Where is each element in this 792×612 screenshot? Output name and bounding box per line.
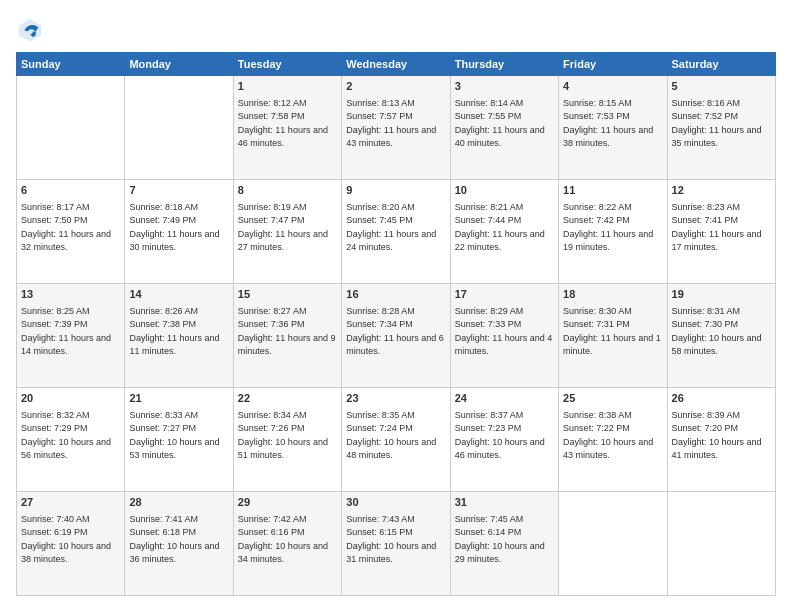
day-number: 5 [672, 79, 771, 94]
day-number: 13 [21, 287, 120, 302]
sunset-info: Sunset: 7:45 PM [346, 215, 413, 225]
day-number: 3 [455, 79, 554, 94]
day-number: 26 [672, 391, 771, 406]
sunset-info: Sunset: 7:33 PM [455, 319, 522, 329]
day-number: 30 [346, 495, 445, 510]
sunset-info: Sunset: 7:57 PM [346, 111, 413, 121]
sunrise-info: Sunrise: 8:25 AM [21, 306, 90, 316]
calendar-cell: 8Sunrise: 8:19 AMSunset: 7:47 PMDaylight… [233, 180, 341, 284]
sunrise-info: Sunrise: 8:27 AM [238, 306, 307, 316]
calendar-cell: 6Sunrise: 8:17 AMSunset: 7:50 PMDaylight… [17, 180, 125, 284]
day-number: 11 [563, 183, 662, 198]
sunset-info: Sunset: 7:22 PM [563, 423, 630, 433]
calendar-week-2: 6Sunrise: 8:17 AMSunset: 7:50 PMDaylight… [17, 180, 776, 284]
sunset-info: Sunset: 7:38 PM [129, 319, 196, 329]
day-number: 15 [238, 287, 337, 302]
sunrise-info: Sunrise: 7:45 AM [455, 514, 524, 524]
sunrise-info: Sunrise: 8:28 AM [346, 306, 415, 316]
weekday-saturday: Saturday [667, 53, 775, 76]
sunrise-info: Sunrise: 8:13 AM [346, 98, 415, 108]
calendar-cell: 16Sunrise: 8:28 AMSunset: 7:34 PMDayligh… [342, 284, 450, 388]
sunset-info: Sunset: 6:19 PM [21, 527, 88, 537]
day-number: 12 [672, 183, 771, 198]
daylight-info: Daylight: 10 hours and 38 minutes. [21, 541, 111, 565]
sunset-info: Sunset: 7:41 PM [672, 215, 739, 225]
calendar-cell: 3Sunrise: 8:14 AMSunset: 7:55 PMDaylight… [450, 76, 558, 180]
daylight-info: Daylight: 11 hours and 32 minutes. [21, 229, 111, 253]
calendar-week-4: 20Sunrise: 8:32 AMSunset: 7:29 PMDayligh… [17, 388, 776, 492]
weekday-monday: Monday [125, 53, 233, 76]
calendar-cell: 18Sunrise: 8:30 AMSunset: 7:31 PMDayligh… [559, 284, 667, 388]
sunset-info: Sunset: 6:14 PM [455, 527, 522, 537]
calendar-cell: 10Sunrise: 8:21 AMSunset: 7:44 PMDayligh… [450, 180, 558, 284]
calendar-table: SundayMondayTuesdayWednesdayThursdayFrid… [16, 52, 776, 596]
sunset-info: Sunset: 6:15 PM [346, 527, 413, 537]
sunset-info: Sunset: 7:53 PM [563, 111, 630, 121]
sunset-info: Sunset: 7:47 PM [238, 215, 305, 225]
calendar-cell: 2Sunrise: 8:13 AMSunset: 7:57 PMDaylight… [342, 76, 450, 180]
calendar-cell: 21Sunrise: 8:33 AMSunset: 7:27 PMDayligh… [125, 388, 233, 492]
sunset-info: Sunset: 7:58 PM [238, 111, 305, 121]
daylight-info: Daylight: 11 hours and 30 minutes. [129, 229, 219, 253]
day-number: 31 [455, 495, 554, 510]
day-number: 25 [563, 391, 662, 406]
daylight-info: Daylight: 11 hours and 9 minutes. [238, 333, 336, 357]
sunset-info: Sunset: 7:34 PM [346, 319, 413, 329]
day-number: 28 [129, 495, 228, 510]
weekday-sunday: Sunday [17, 53, 125, 76]
day-number: 18 [563, 287, 662, 302]
daylight-info: Daylight: 11 hours and 38 minutes. [563, 125, 653, 149]
sunrise-info: Sunrise: 8:35 AM [346, 410, 415, 420]
sunrise-info: Sunrise: 8:29 AM [455, 306, 524, 316]
daylight-info: Daylight: 11 hours and 27 minutes. [238, 229, 328, 253]
calendar-cell [125, 76, 233, 180]
daylight-info: Daylight: 10 hours and 58 minutes. [672, 333, 762, 357]
calendar-week-3: 13Sunrise: 8:25 AMSunset: 7:39 PMDayligh… [17, 284, 776, 388]
sunrise-info: Sunrise: 8:17 AM [21, 202, 90, 212]
day-number: 7 [129, 183, 228, 198]
calendar-cell: 17Sunrise: 8:29 AMSunset: 7:33 PMDayligh… [450, 284, 558, 388]
day-number: 24 [455, 391, 554, 406]
sunset-info: Sunset: 7:44 PM [455, 215, 522, 225]
calendar-cell: 25Sunrise: 8:38 AMSunset: 7:22 PMDayligh… [559, 388, 667, 492]
day-number: 29 [238, 495, 337, 510]
calendar-cell: 11Sunrise: 8:22 AMSunset: 7:42 PMDayligh… [559, 180, 667, 284]
day-number: 22 [238, 391, 337, 406]
day-number: 4 [563, 79, 662, 94]
weekday-thursday: Thursday [450, 53, 558, 76]
day-number: 6 [21, 183, 120, 198]
calendar-cell [559, 492, 667, 596]
calendar-cell: 28Sunrise: 7:41 AMSunset: 6:18 PMDayligh… [125, 492, 233, 596]
daylight-info: Daylight: 10 hours and 34 minutes. [238, 541, 328, 565]
day-number: 1 [238, 79, 337, 94]
day-number: 19 [672, 287, 771, 302]
daylight-info: Daylight: 10 hours and 56 minutes. [21, 437, 111, 461]
calendar-cell: 31Sunrise: 7:45 AMSunset: 6:14 PMDayligh… [450, 492, 558, 596]
sunrise-info: Sunrise: 8:34 AM [238, 410, 307, 420]
day-number: 8 [238, 183, 337, 198]
sunset-info: Sunset: 7:29 PM [21, 423, 88, 433]
calendar-week-5: 27Sunrise: 7:40 AMSunset: 6:19 PMDayligh… [17, 492, 776, 596]
calendar-cell: 13Sunrise: 8:25 AMSunset: 7:39 PMDayligh… [17, 284, 125, 388]
sunset-info: Sunset: 7:24 PM [346, 423, 413, 433]
daylight-info: Daylight: 11 hours and 24 minutes. [346, 229, 436, 253]
sunset-info: Sunset: 6:18 PM [129, 527, 196, 537]
calendar-cell: 19Sunrise: 8:31 AMSunset: 7:30 PMDayligh… [667, 284, 775, 388]
sunrise-info: Sunrise: 7:42 AM [238, 514, 307, 524]
day-number: 17 [455, 287, 554, 302]
calendar-cell: 23Sunrise: 8:35 AMSunset: 7:24 PMDayligh… [342, 388, 450, 492]
sunrise-info: Sunrise: 8:33 AM [129, 410, 198, 420]
calendar-cell: 29Sunrise: 7:42 AMSunset: 6:16 PMDayligh… [233, 492, 341, 596]
daylight-info: Daylight: 10 hours and 46 minutes. [455, 437, 545, 461]
calendar-cell: 9Sunrise: 8:20 AMSunset: 7:45 PMDaylight… [342, 180, 450, 284]
calendar-cell: 14Sunrise: 8:26 AMSunset: 7:38 PMDayligh… [125, 284, 233, 388]
daylight-info: Daylight: 11 hours and 1 minute. [563, 333, 661, 357]
daylight-info: Daylight: 10 hours and 53 minutes. [129, 437, 219, 461]
sunrise-info: Sunrise: 8:22 AM [563, 202, 632, 212]
sunrise-info: Sunrise: 7:40 AM [21, 514, 90, 524]
daylight-info: Daylight: 10 hours and 31 minutes. [346, 541, 436, 565]
daylight-info: Daylight: 11 hours and 46 minutes. [238, 125, 328, 149]
sunrise-info: Sunrise: 7:41 AM [129, 514, 198, 524]
sunset-info: Sunset: 7:27 PM [129, 423, 196, 433]
svg-marker-0 [19, 19, 41, 41]
